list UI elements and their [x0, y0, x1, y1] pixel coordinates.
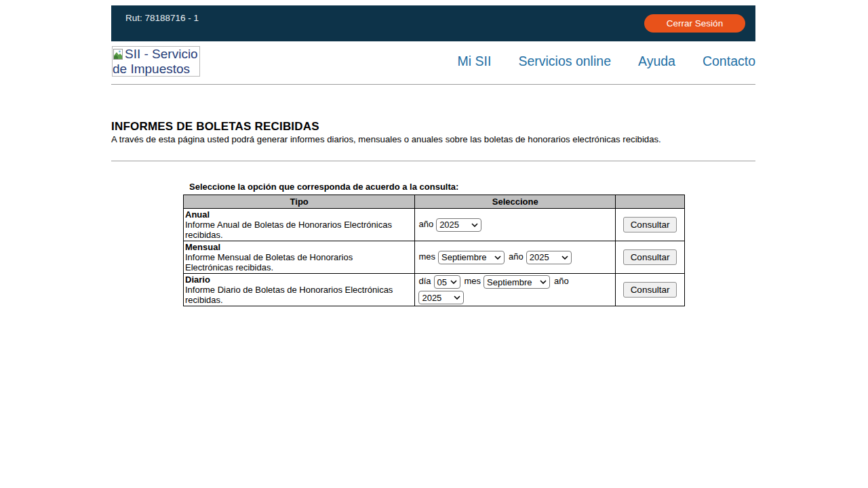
- cerrar-sesion-button[interactable]: Cerrar Sesión: [644, 14, 745, 33]
- diario-month-select[interactable]: Septiembre: [484, 275, 550, 289]
- diario-year-select[interactable]: 2025: [418, 291, 464, 304]
- rut-label: Rut: 78188716 - 1: [125, 13, 199, 23]
- column-header-seleccione: Seleccione: [415, 195, 616, 209]
- nav-link-servicios-online[interactable]: Servicios online: [518, 54, 611, 69]
- table-row-diario: Diario Informe Diario de Boletas de Hono…: [184, 274, 685, 306]
- mensual-action-cell: Consultar: [616, 241, 685, 274]
- anual-seleccione-cell: año2025: [415, 209, 616, 241]
- diario-tipo-cell: Diario Informe Diario de Boletas de Hono…: [184, 274, 415, 306]
- year-label: año: [418, 219, 433, 229]
- chevron-down-icon: [561, 256, 568, 260]
- nav-link-mi-sii[interactable]: Mi SII: [458, 54, 492, 69]
- day-label: día: [418, 276, 431, 286]
- page-subtitle: A través de esta página usted podrá gene…: [111, 134, 661, 144]
- topbar: Rut: 78188716 - 1 Cerrar Sesión: [111, 5, 755, 41]
- column-header-actions: [616, 195, 685, 209]
- column-header-tipo: Tipo: [184, 195, 415, 209]
- row-type-label: Anual: [185, 209, 413, 220]
- anual-year-select[interactable]: 2025: [436, 218, 481, 232]
- year-label: año: [509, 251, 524, 262]
- anual-action-cell: Consultar: [616, 209, 685, 241]
- main-nav: Mi SII Servicios online Ayuda Contacto: [111, 54, 755, 69]
- row-type-label: Diario: [185, 274, 413, 285]
- page-title: INFORMES DE BOLETAS RECIBIDAS: [111, 120, 319, 134]
- month-label: mes: [418, 251, 435, 262]
- table-caption: Seleccione la opción que corresponda de …: [189, 182, 458, 192]
- table-header-row: Tipo Seleccione: [184, 195, 685, 209]
- diario-day-select[interactable]: 05: [434, 275, 460, 289]
- mensual-seleccione-cell: mesSeptiembreaño2025: [415, 241, 616, 274]
- month-label: mes: [465, 276, 481, 286]
- chevron-down-icon: [450, 280, 457, 284]
- row-type-label: Mensual: [185, 242, 413, 252]
- anual-tipo-cell: Anual Informe Anual de Boletas de Honora…: [184, 209, 415, 241]
- chevron-down-icon: [540, 280, 547, 284]
- table-row-mensual: Mensual Informe Mensual de Boletas de Ho…: [184, 241, 685, 274]
- row-description: Informe Mensual de Boletas de Honorarios…: [185, 252, 394, 272]
- chevron-down-icon: [454, 296, 460, 300]
- diario-action-cell: Consultar: [616, 274, 685, 306]
- diario-seleccione-cell: día05mesSeptiembreaño 2025: [415, 274, 616, 306]
- row-description: Informe Diario de Boletas de Honorarios …: [185, 285, 394, 305]
- nav-link-contacto[interactable]: Contacto: [703, 54, 755, 69]
- header-divider: [111, 84, 755, 85]
- reports-table: Tipo Seleccione Anual Informe Anual de B…: [183, 195, 685, 306]
- content-divider: [111, 161, 755, 161]
- consultar-mensual-button[interactable]: Consultar: [623, 249, 677, 265]
- mensual-year-select[interactable]: 2025: [526, 251, 572, 264]
- consultar-anual-button[interactable]: Consultar: [623, 217, 677, 232]
- chevron-down-icon: [471, 223, 478, 227]
- row-description: Informe Anual de Boletas de Honorarios E…: [185, 220, 394, 240]
- mensual-tipo-cell: Mensual Informe Mensual de Boletas de Ho…: [184, 241, 415, 274]
- consultar-diario-button[interactable]: Consultar: [623, 282, 677, 298]
- year-label: año: [554, 276, 569, 286]
- mensual-month-select[interactable]: Septiembre: [438, 251, 505, 264]
- table-row-anual: Anual Informe Anual de Boletas de Honora…: [184, 209, 685, 241]
- chevron-down-icon: [494, 256, 501, 260]
- nav-link-ayuda[interactable]: Ayuda: [638, 54, 675, 69]
